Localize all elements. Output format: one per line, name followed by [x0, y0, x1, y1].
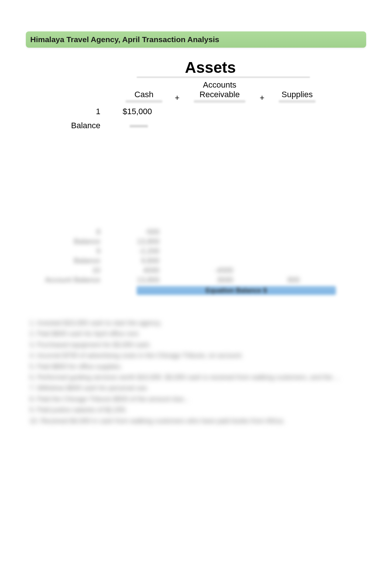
- account-balance-row: Account Balance 13,8003000800: [26, 275, 366, 285]
- note-item: 8. Paid the Chicago Tribune $500 of the …: [30, 395, 366, 404]
- blurred-row: 9-2,200: [26, 246, 366, 256]
- plus-label: +: [260, 93, 265, 103]
- page-title-bar: Himalaya Travel Agency, April Transactio…: [26, 31, 366, 48]
- column-cash: Cash: [122, 90, 166, 103]
- assets-heading: Assets: [111, 59, 310, 76]
- transaction-row-1: 1 $15,000: [26, 106, 366, 117]
- ar-label-line2: Receivable: [200, 90, 240, 99]
- note-item: 4. Incurred $700 of advertising costs in…: [30, 351, 366, 360]
- plus-label: +: [175, 93, 180, 103]
- page-title: Himalaya Travel Agency, April Transactio…: [30, 35, 219, 44]
- heading-underline: [137, 76, 310, 78]
- value-blur-icon: [130, 125, 148, 127]
- underline-icon: [194, 100, 245, 103]
- plus-separator: +: [166, 93, 188, 103]
- underline-icon: [279, 100, 316, 103]
- note-item: 1. Invested $15,000 cash to start the ag…: [30, 319, 366, 327]
- column-supplies: Supplies: [273, 90, 321, 103]
- blurred-row: 8-500: [26, 227, 366, 237]
- cash-value: $15,000: [111, 107, 163, 116]
- note-item: 10. Received $4,000 in cash from walking…: [30, 417, 366, 425]
- underline-icon: [125, 100, 162, 103]
- equation-balance-bar: Equation Balance $: [137, 286, 336, 295]
- note-item: 9. Paid justice salaries of $2,200.: [30, 406, 366, 414]
- note-item: 7. Withdrew $600 cash for personal use.: [30, 384, 366, 392]
- row-label: Balance: [26, 121, 111, 130]
- account-balance-label: Account Balance: [26, 276, 111, 284]
- plus-separator: +: [251, 93, 273, 103]
- column-accounts-receivable: Accounts Receivable: [188, 80, 251, 103]
- blurred-row: Balance13,800: [26, 237, 366, 246]
- transaction-notes: 1. Invested $15,000 cash to start the ag…: [26, 319, 366, 425]
- ar-label-line1: Accounts: [203, 80, 237, 90]
- supplies-label: Supplies: [282, 90, 313, 99]
- column-headers: Cash + Accounts Receivable + Supplies: [26, 80, 366, 103]
- note-item: 2. Paid $600 cash for April office rent.: [30, 330, 366, 338]
- note-item: 5. Paid $800 for office supplies.: [30, 363, 366, 371]
- blurred-row: 104000-4000: [26, 265, 366, 275]
- row-label: 1: [26, 107, 111, 116]
- blurred-rows-section: 8-500 Balance13,800 9-2,200 Balance9,800…: [26, 227, 366, 295]
- column-cash-label: Cash: [134, 90, 153, 99]
- balance-row: Balance: [26, 120, 366, 131]
- note-item: 3. Purchased equipment for $3,000 cash.: [30, 341, 366, 349]
- equation-balance-text: Equation Balance $: [206, 287, 267, 295]
- cash-value: [111, 121, 163, 130]
- note-item: 6. Performed guiding services worth $10,…: [30, 373, 366, 382]
- blurred-row: Balance9,800: [26, 256, 366, 265]
